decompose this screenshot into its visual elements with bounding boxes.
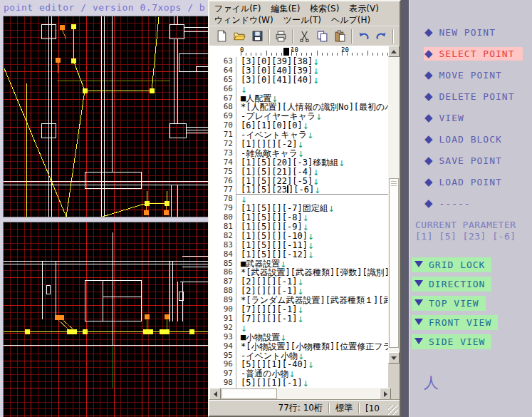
gutter-separator: [236, 314, 236, 324]
vertical-scroll-thumb[interactable]: [389, 178, 399, 348]
direction-point[interactable]: [165, 314, 169, 319]
text-area[interactable]: 63[3][0][39][38]↓64[3][0][40][39]↓65[3][…: [209, 57, 388, 388]
path-point[interactable]: [72, 329, 77, 334]
toolbar-find-icon[interactable]: [396, 28, 400, 44]
path-point[interactable]: [165, 201, 169, 206]
toolbar-copy-icon[interactable]: [313, 28, 331, 44]
gutter-separator: [236, 232, 236, 241]
viewport-top[interactable]: [3, 16, 209, 217]
viewport-bottom-canvas[interactable]: [4, 222, 208, 417]
editor-line[interactable]: 98[5][][1][-1]↓: [209, 379, 388, 388]
path-point[interactable]: [189, 329, 194, 334]
resize-grip[interactable]: [388, 405, 398, 415]
toolbar-paste-icon[interactable]: [331, 28, 349, 44]
direction-point[interactable]: [60, 25, 65, 30]
tool-item-save-point[interactable]: ◆SAVE POINT: [410, 150, 532, 171]
editor-line[interactable]: 71-イベントキャラ↓: [209, 130, 388, 140]
editor-line[interactable]: 65[3][0][41][40]↓: [209, 76, 388, 85]
direction-point[interactable]: [145, 314, 150, 319]
direction-point[interactable]: [144, 210, 149, 215]
toolbar-redo-icon[interactable]: [372, 28, 390, 44]
scroll-down-icon[interactable]: [388, 352, 400, 364]
toolbar-undo-icon[interactable]: [355, 28, 372, 44]
menu-edit[interactable]: 編集(E): [266, 3, 305, 15]
toggle-grid-lock[interactable]: GRID LOCK: [412, 257, 532, 274]
tool-item-new-point[interactable]: ◆NEW POINT: [410, 21, 532, 43]
tool-item-separator[interactable]: ◆-----: [410, 192, 532, 214]
horizontal-scroll-thumb[interactable]: [221, 388, 277, 399]
toolbar-cut-icon[interactable]: [296, 28, 313, 44]
vertical-scrollbar[interactable]: [388, 46, 400, 364]
toggle-top-view[interactable]: TOP VIEW: [412, 296, 532, 313]
tool-item-label: SELECT POINT: [439, 48, 515, 59]
path-point[interactable]: [83, 329, 88, 334]
menu-tools[interactable]: ツール(T): [278, 14, 326, 26]
menu-view[interactable]: 表示(V): [344, 3, 384, 15]
editor-line[interactable]: 91[7][][][-1]↓: [209, 314, 388, 324]
editor-line[interactable]: 94*[小物設置][小物種類][位置修正フラグ: [209, 342, 388, 351]
toolbar-new-file-icon[interactable]: [213, 28, 231, 44]
scroll-left-icon[interactable]: [209, 388, 221, 400]
path-point[interactable]: [145, 201, 150, 206]
tool-item-view[interactable]: ◆VIEW: [410, 107, 532, 128]
tool-item-load-block[interactable]: ◆LOAD BLOCK: [410, 128, 532, 150]
ruler-tick: [276, 53, 277, 56]
editor-line[interactable]: 84[1][5][][-12]↓: [209, 250, 388, 259]
menu-bar: ファイル(F)編集(E)検索(S)表示(V)ウィンドウ(W)ツール(T)ヘルプ(…: [209, 1, 400, 26]
menu-search[interactable]: 検索(S): [305, 3, 344, 15]
menu-file[interactable]: ファイル(F): [209, 3, 266, 15]
gutter-separator: [236, 149, 236, 158]
editor-line[interactable]: 96[5][][1][-40]↓: [209, 360, 388, 369]
editor-line[interactable]: 92↓: [209, 324, 388, 333]
toggle-direction[interactable]: DIRECTION: [412, 277, 532, 294]
path-point[interactable]: [165, 329, 169, 334]
tool-item-load-point[interactable]: ◆LOAD POINT: [410, 171, 532, 192]
scroll-right-icon[interactable]: [380, 388, 391, 400]
editor-line[interactable]: 86*[武器設置][武器種類][弾数][識別]↓: [209, 268, 388, 277]
gutter-separator: [236, 324, 236, 333]
direction-point[interactable]: [56, 58, 61, 63]
editor-line[interactable]: 72[1][][][-2]↓: [209, 140, 388, 149]
editor-line[interactable]: 87[2][][][-1]↓: [209, 277, 388, 287]
toolbar-open-file-icon[interactable]: [231, 28, 249, 44]
scroll-up-icon[interactable]: [388, 46, 400, 57]
diamond-icon: ◆: [424, 134, 433, 145]
line-number: 81: [209, 222, 233, 232]
toggle-label: SIDE VIEW: [429, 336, 485, 347]
tool-item-select-point[interactable]: ◆SELECT POINT: [410, 43, 532, 64]
editor-line[interactable]: 66↓: [209, 85, 388, 94]
toggle-front-view[interactable]: FRONT VIEW: [412, 315, 532, 332]
ruler-tick: [382, 53, 383, 56]
menu-help[interactable]: ヘルプ(H): [326, 14, 375, 26]
menu-window[interactable]: ウィンドウ(W): [209, 14, 278, 26]
path-point[interactable]: [160, 329, 165, 334]
path-point[interactable]: [25, 329, 30, 334]
tool-item-move-point[interactable]: ◆MOVE POINT: [410, 64, 532, 86]
path-point[interactable]: [71, 58, 76, 63]
path-point[interactable]: [150, 88, 155, 93]
tool-item-delete-point[interactable]: ◆DELETE POINT: [410, 86, 532, 107]
viewport-bottom[interactable]: [3, 222, 209, 417]
direction-point[interactable]: [59, 315, 64, 320]
path-point[interactable]: [83, 88, 88, 93]
tool-menu: ◆NEW POINT◆SELECT POINT◆MOVE POINT◆DELET…: [410, 0, 532, 214]
direction-point[interactable]: [164, 210, 169, 215]
editor-line[interactable]: 77[1][5][23][-6]↓: [209, 185, 388, 195]
path-point[interactable]: [67, 329, 72, 334]
horizontal-scrollbar[interactable]: [209, 388, 391, 400]
toolbar-print-icon[interactable]: [272, 28, 290, 44]
direction-point[interactable]: [55, 315, 60, 320]
editor-line[interactable]: 89*[ランダム武器設置][武器種類１][武器: [209, 296, 388, 305]
editor-line[interactable]: 90[7][][][-1]↓: [209, 305, 388, 314]
path-point[interactable]: [148, 329, 153, 334]
path-point[interactable]: [143, 329, 148, 334]
gutter-separator: [236, 360, 236, 369]
toggle-side-view[interactable]: SIDE VIEW: [412, 334, 532, 351]
viewport-top-canvas[interactable]: [4, 16, 208, 217]
ruler-cursor-marker[interactable]: [283, 48, 289, 56]
toolbar-save-icon[interactable]: [249, 28, 266, 44]
gutter-separator: [236, 379, 236, 388]
path-point[interactable]: [71, 24, 76, 29]
gutter-separator: [236, 177, 236, 186]
toolbar-separator: [392, 29, 394, 43]
